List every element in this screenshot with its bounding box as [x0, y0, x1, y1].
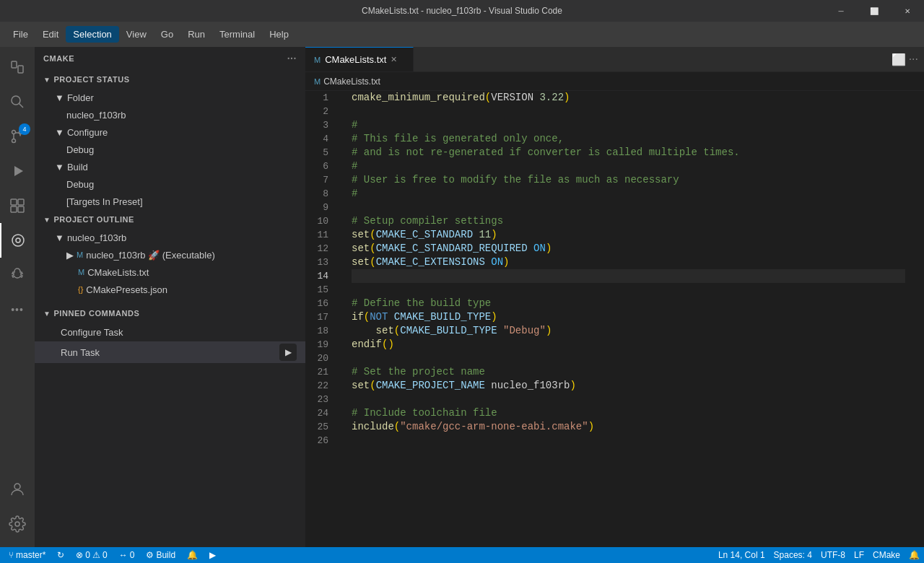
svg-rect-9	[18, 199, 24, 205]
outline-root-item[interactable]: ▼ nucleo_f103rb	[35, 229, 305, 246]
project-status-header[interactable]: ▼ PROJECT STATUS	[35, 70, 305, 89]
chevron-down-icon: ▼	[55, 162, 64, 173]
editor-area: M CMakeLists.txt ✕ ⬜ ··· M CMakeLists.tx…	[305, 47, 924, 547]
settings-icon[interactable]	[0, 507, 35, 541]
source-control-icon[interactable]: 4	[0, 119, 35, 154]
menu-run[interactable]: Run	[180, 26, 212, 43]
branch-icon: ⑂	[9, 550, 14, 560]
build-debug-item[interactable]: Debug	[35, 175, 305, 193]
cmake-tab[interactable]: M CMakeLists.txt ✕	[305, 47, 414, 71]
branch-item[interactable]: ⑂ master*	[6, 547, 48, 563]
executable-item[interactable]: ▶ M nucleo_f103rb 🚀 (Executable)	[35, 246, 305, 263]
code-editor[interactable]: 1234567891011121314151617181920212223242…	[305, 91, 924, 547]
build-item[interactable]: ▼ Build	[35, 158, 305, 175]
cmake-presets-label: CMakePresets.json	[86, 284, 167, 295]
notifications-item[interactable]: 🔔	[905, 547, 924, 563]
svg-point-4	[12, 131, 16, 134]
eol-item[interactable]: LF	[850, 547, 868, 563]
warning-count: 0	[103, 550, 108, 560]
configure-label: Configure	[67, 127, 108, 138]
project-outline-header[interactable]: ▼ PROJECT OUTLINE	[35, 210, 305, 229]
ports-icon: ↔	[119, 550, 128, 560]
search-icon[interactable]	[0, 84, 35, 119]
main-layout: 4 ••• CMAKE ···	[0, 47, 924, 547]
run-icon: ▶	[209, 550, 216, 560]
menu-terminal[interactable]: Terminal	[212, 26, 262, 43]
cmake-icon[interactable]	[0, 223, 35, 258]
pinned-commands-section: ▼ PINNED COMMANDS Configure Task Run Tas…	[35, 304, 305, 363]
chevron-down-icon: ▼	[43, 216, 51, 224]
run-task-item[interactable]: Run Task ▶	[35, 341, 305, 363]
chevron-down-icon: ▼	[43, 76, 51, 84]
menu-view[interactable]: View	[119, 26, 154, 43]
nucleo-label: nucleo_f103rb	[66, 110, 126, 121]
run-debug-icon[interactable]	[0, 154, 35, 188]
chevron-down-icon: ▼	[55, 232, 64, 243]
sidebar-more-icon[interactable]: ···	[287, 53, 297, 64]
tab-close-button[interactable]: ✕	[391, 55, 397, 64]
menu-go[interactable]: Go	[154, 26, 180, 43]
language-item[interactable]: CMake	[868, 547, 905, 563]
project-status-label: PROJECT STATUS	[53, 75, 129, 84]
build-item[interactable]: ⚙ Build	[143, 547, 178, 563]
menu-help[interactable]: Help	[262, 26, 296, 43]
error-icon: ⊗	[76, 550, 83, 560]
cursor-position-item[interactable]: Ln 14, Col 1	[714, 547, 770, 563]
sidebar-actions: ···	[287, 53, 297, 64]
code-line-8: #	[352, 187, 905, 201]
close-button[interactable]: ✕	[891, 0, 924, 22]
extensions-icon[interactable]	[0, 188, 35, 223]
configure-item[interactable]: ▼ Configure	[35, 123, 305, 141]
language-label: CMake	[873, 550, 900, 560]
folder-label: Folder	[67, 92, 94, 103]
bell-icon: 🔔	[187, 550, 198, 560]
branch-label: master*	[16, 550, 45, 560]
targets-preset-item[interactable]: [Targets In Preset]	[35, 193, 305, 210]
minimize-button[interactable]: ─	[824, 0, 858, 22]
explorer-icon[interactable]	[0, 50, 35, 84]
configure-debug-item[interactable]: Debug	[35, 141, 305, 158]
nucleo-folder-item[interactable]: nucleo_f103rb	[35, 106, 305, 123]
sync-item[interactable]: ↻	[54, 547, 67, 563]
code-line-12: set(CMAKE_C_STANDARD_REQUIRED ON)	[352, 242, 905, 256]
more-actions-icon[interactable]: ···	[909, 53, 918, 66]
svg-point-12	[12, 235, 24, 246]
menu-edit[interactable]: Edit	[35, 26, 66, 43]
encoding-item[interactable]: UTF-8	[816, 547, 850, 563]
errors-item[interactable]: ⊗ 0 ⚠ 0	[73, 547, 110, 563]
code-line-22: set(CMAKE_PROJECT_NAME nucleo_f103rb)	[352, 379, 905, 393]
build-debug-label: Debug	[66, 179, 94, 190]
statusbar-right: Ln 14, Col 1 Spaces: 4 UTF-8 LF CMake 🔔	[714, 547, 924, 563]
run-item[interactable]: ▶	[206, 547, 219, 563]
code-line-1: cmake_minimum_required(VERSION 3.22)	[352, 91, 905, 105]
sync-icon: ↻	[57, 550, 64, 560]
configure-task-item[interactable]: Configure Task	[35, 323, 305, 341]
spaces-item[interactable]: Spaces: 4	[770, 547, 816, 563]
pinned-commands-header[interactable]: ▼ PINNED COMMANDS	[35, 304, 305, 323]
spaces-label: Spaces: 4	[774, 550, 812, 560]
more-icon[interactable]: •••	[0, 292, 35, 327]
titlebar-title: CMakeLists.txt - nucleo_f103rb - Visual …	[362, 6, 562, 16]
source-control-badge: 4	[19, 123, 30, 135]
ports-count: 0	[130, 550, 135, 560]
cmake-file-item[interactable]: M CMakeLists.txt	[35, 263, 305, 281]
run-task-button[interactable]: ▶	[279, 344, 297, 361]
svg-point-15	[15, 522, 19, 526]
ports-item[interactable]: ↔ 0	[116, 547, 138, 563]
activity-bar: 4 •••	[0, 47, 35, 547]
svg-rect-10	[11, 206, 17, 212]
code-line-2	[352, 105, 905, 118]
folder-item[interactable]: ▼ Folder	[35, 89, 305, 106]
account-icon[interactable]	[0, 472, 35, 507]
bell-item[interactable]: 🔔	[184, 547, 201, 563]
debug2-icon[interactable]	[0, 258, 35, 292]
code-content[interactable]: cmake_minimum_required(VERSION 3.22) ## …	[340, 91, 917, 547]
cmake-file-icon2: M	[78, 268, 84, 276]
breadcrumb: M CMakeLists.txt	[305, 72, 924, 91]
menu-file[interactable]: File	[6, 26, 35, 43]
split-editor-icon[interactable]: ⬜	[892, 53, 906, 66]
cmake-presets-item[interactable]: {} CMakePresets.json	[35, 281, 305, 298]
code-line-5: # and is not re-generated if converter i…	[352, 146, 905, 160]
menu-selection[interactable]: Selection	[66, 26, 118, 43]
maximize-button[interactable]: ⬜	[858, 0, 891, 22]
